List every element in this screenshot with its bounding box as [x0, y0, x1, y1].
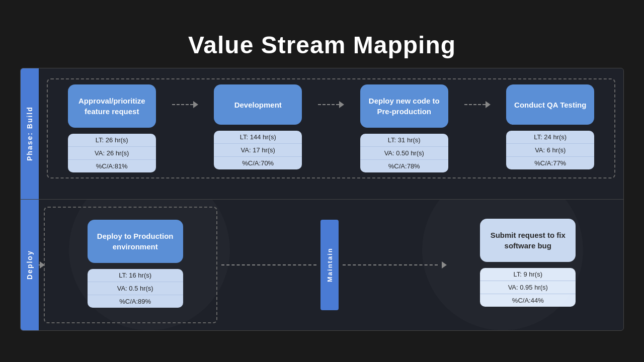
step-deploy-preprod-ca: %C/A:78%: [360, 160, 448, 172]
step-deploy-prod: Deploy to Production environment LT: 16 …: [88, 220, 183, 312]
step-deploy-prod-lt: LT: 16 hr(s): [88, 269, 183, 282]
diagram-container: Phase: Build Approval/prioritize feature…: [20, 68, 624, 331]
build-process-flow: Approval/prioritize feature request LT: …: [52, 84, 610, 172]
step-deploy-preprod-va: VA: 0.50 hr(s): [360, 147, 448, 160]
deploy-phase-row: Deploy Deploy to Production environment …: [21, 200, 623, 330]
step-qa-metrics: LT: 24 hr(s) VA: 6 hr(s) %C/A:77%: [506, 131, 594, 169]
step-development-metrics: LT: 144 hr(s) VA: 17 hr(s) %C/A:70%: [214, 131, 302, 169]
step-qa-ca: %C/A:77%: [506, 157, 594, 169]
step-submit-bug-lt: LT: 9 hr(s): [480, 268, 576, 281]
step-qa: Conduct QA Testing LT: 24 hr(s) VA: 6 hr…: [491, 84, 611, 169]
step-development-va: VA: 17 hr(s): [214, 144, 302, 157]
step-approval-box: Approval/prioritize feature request: [68, 84, 156, 128]
step-development-box: Development: [214, 84, 302, 125]
build-phase-label: Phase: Build: [21, 68, 39, 199]
step-deploy-preprod: Deploy new code to Pre-production LT: 31…: [344, 84, 464, 172]
step-approval-ca: %C/A:81%: [68, 160, 156, 172]
step-approval-va: VA: 26 hr(s): [68, 147, 156, 160]
step-deploy-prod-box: Deploy to Production environment: [88, 220, 183, 263]
step-submit-bug-metrics: LT: 9 hr(s) VA: 0.95 hr(s) %C/A:44%: [480, 268, 576, 307]
step-deploy-prod-va: VA: 0.5 hr(s): [88, 282, 183, 295]
step-qa-va: VA: 6 hr(s): [506, 144, 594, 157]
step-deploy-preprod-lt: LT: 31 hr(s): [360, 134, 448, 147]
step-approval-lt: LT: 26 hr(s): [68, 134, 156, 147]
arrow-3: [464, 84, 491, 125]
arrow-2: [318, 84, 344, 125]
step-development: Development LT: 144 hr(s) VA: 17 hr(s) %…: [198, 84, 318, 169]
step-approval: Approval/prioritize feature request LT: …: [52, 84, 172, 172]
step-deploy-preprod-box: Deploy new code to Pre-production: [360, 84, 448, 128]
build-phase-row: Phase: Build Approval/prioritize feature…: [21, 68, 623, 200]
step-deploy-prod-metrics: LT: 16 hr(s) VA: 0.5 hr(s) %C/A:89%: [88, 269, 183, 308]
step-deploy-preprod-metrics: LT: 31 hr(s) VA: 0.50 hr(s) %C/A:78%: [360, 134, 448, 172]
step-submit-bug-box: Submit request to fix software bug: [480, 219, 576, 262]
maintain-label: Maintain: [320, 220, 339, 310]
step-submit-bug-ca: %C/A:44%: [480, 294, 576, 307]
page-title: Value Stream Mapping: [188, 31, 456, 59]
step-approval-metrics: LT: 26 hr(s) VA: 26 hr(s) %C/A:81%: [68, 134, 156, 172]
step-submit-bug: Submit request to fix software bug LT: 9…: [480, 219, 576, 313]
step-deploy-prod-ca: %C/A:89%: [88, 295, 183, 308]
step-development-lt: LT: 144 hr(s): [214, 131, 302, 144]
step-submit-bug-va: VA: 0.95 hr(s): [480, 281, 576, 294]
deploy-phase-label: Deploy: [21, 200, 39, 330]
step-qa-box: Conduct QA Testing: [506, 84, 594, 125]
step-qa-lt: LT: 24 hr(s): [506, 131, 594, 144]
step-development-ca: %C/A:70%: [214, 157, 302, 169]
arrow-1: [172, 84, 198, 125]
